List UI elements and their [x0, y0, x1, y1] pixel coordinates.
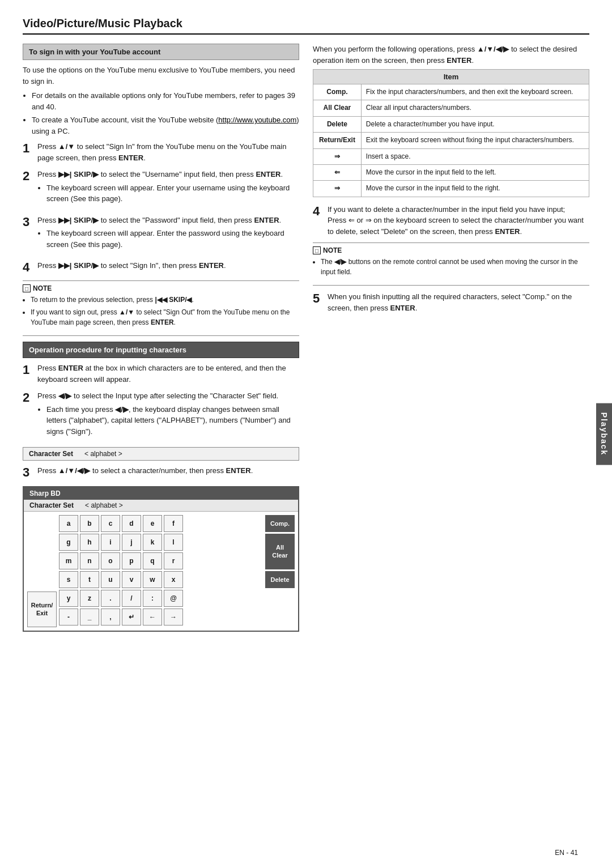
page-title: Video/Picture/Music Playback	[23, 17, 589, 35]
list-item: To return to the previous selection, pre…	[31, 295, 299, 305]
kb-left-col: Return/Exit	[27, 515, 57, 627]
key-b[interactable]: b	[80, 515, 99, 532]
key-q[interactable]: q	[143, 552, 162, 569]
key-t[interactable]: t	[80, 571, 99, 588]
table-row: Comp. Fix the input characters/numbers, …	[313, 84, 589, 100]
key-o[interactable]: o	[101, 552, 120, 569]
key-h[interactable]: h	[80, 534, 99, 551]
kb-keys-area: a b c d e f g h i j k	[59, 515, 263, 627]
key-n[interactable]: n	[80, 552, 99, 569]
key-u[interactable]: u	[101, 571, 120, 588]
op-step-1: 1 Press ENTER at the box in which charac…	[23, 363, 299, 385]
table-cell-item: ⇒	[313, 148, 362, 164]
key-return[interactable]: ↵	[122, 609, 141, 626]
table-row: All Clear Clear all input characters/num…	[313, 100, 589, 116]
return-exit-button[interactable]: Return/Exit	[27, 592, 57, 627]
section2-header: Operation procedure for inputting charac…	[23, 342, 299, 358]
key-x[interactable]: x	[164, 571, 183, 588]
note-box-2: □ NOTE The ◀/▶ buttons on the remote con…	[313, 242, 589, 286]
comp-button[interactable]: Comp.	[265, 515, 295, 532]
list-item: The ◀/▶ buttons on the remote control ca…	[321, 257, 589, 277]
section1-header: To sign in with your YouTube account	[23, 44, 299, 60]
operations-table: Item Comp. Fix the input characters/numb…	[313, 69, 589, 197]
youtube-link[interactable]: http://www.youtube.com	[218, 116, 296, 124]
key-underscore[interactable]: _	[80, 609, 99, 626]
key-comma[interactable]: ,	[101, 609, 120, 626]
list-item: Each time you press ◀/▶, the keyboard di…	[46, 404, 299, 437]
key-at[interactable]: @	[164, 590, 183, 607]
kb-charset-value: < alphabet >	[85, 501, 123, 509]
table-cell-desc: Fix the input characters/numbers, and th…	[361, 84, 589, 100]
kb-charset-label: Character Set	[29, 501, 74, 509]
list-item: The keyboard screen will appear. Enter y…	[46, 182, 299, 205]
note-box-1: □ NOTE To return to the previous selecti…	[23, 280, 299, 336]
key-g[interactable]: g	[59, 534, 78, 551]
key-z[interactable]: z	[80, 590, 99, 607]
key-f[interactable]: f	[164, 515, 183, 532]
key-s[interactable]: s	[59, 571, 78, 588]
key-w[interactable]: w	[143, 571, 162, 588]
op-step2-sub: Each time you press ◀/▶, the keyboard di…	[46, 404, 299, 437]
step-2: 2 Press ▶▶| SKIP/▶ to select the "Userna…	[23, 169, 299, 209]
key-m[interactable]: m	[59, 552, 78, 569]
step-4: 4 Press ▶▶| SKIP/▶ to select "Sign In", …	[23, 260, 299, 275]
kb-title: Sharp BD	[24, 487, 298, 500]
key-r[interactable]: r	[164, 552, 183, 569]
kb-row-3: m n o p q r	[59, 552, 263, 569]
key-i[interactable]: i	[101, 534, 120, 551]
key-a[interactable]: a	[59, 515, 78, 532]
table-cell-item: Return/Exit	[313, 133, 362, 148]
key-slash[interactable]: /	[122, 590, 141, 607]
key-j[interactable]: j	[122, 534, 141, 551]
table-row: Delete Delete a character/number you hav…	[313, 116, 589, 132]
char-set-label: Character Set	[29, 450, 73, 458]
op-step-3: 3 Press ▲/▼/◀/▶ to select a character/nu…	[23, 465, 299, 480]
table-row: Return/Exit Exit the keyboard screen wit…	[313, 133, 589, 148]
key-d[interactable]: d	[122, 515, 141, 532]
key-c[interactable]: c	[101, 515, 120, 532]
page-container: Video/Picture/Music Playback To sign in …	[0, 0, 612, 868]
kb-row-6: - _ , ↵ ← →	[59, 609, 263, 626]
key-p[interactable]: p	[122, 552, 141, 569]
step-1: 1 Press ▲/▼ to select "Sign In" from the…	[23, 141, 299, 163]
step2-sub: The keyboard screen will appear. Enter y…	[46, 182, 299, 205]
all-clear-button[interactable]: AllClear	[265, 534, 295, 569]
key-left-arrow[interactable]: ←	[143, 609, 162, 626]
two-col-layout: To sign in with your YouTube account To …	[23, 44, 589, 632]
table-row: ⇒ Insert a space.	[313, 148, 589, 164]
right-column: When you perform the following operation…	[313, 44, 589, 632]
op-step-2: 2 Press ◀/▶ to select the Input type aft…	[23, 390, 299, 441]
kb-row-4: s t u v w x	[59, 571, 263, 588]
key-hyphen[interactable]: -	[59, 609, 78, 626]
table-cell-item: Comp.	[313, 84, 362, 100]
side-tab: Playback	[596, 403, 612, 465]
key-colon[interactable]: :	[143, 590, 162, 607]
list-item: For details on the available options onl…	[32, 90, 299, 112]
table-cell-desc: Clear all input characters/numbers.	[361, 100, 589, 116]
kb-row-2: g h i j k l	[59, 534, 263, 551]
delete-button[interactable]: Delete	[265, 571, 295, 588]
table-cell-desc: Delete a character/number you have input…	[361, 116, 589, 132]
note-list: To return to the previous selection, pre…	[31, 295, 299, 327]
right-intro: When you perform the following operation…	[313, 44, 589, 66]
key-e[interactable]: e	[143, 515, 162, 532]
key-period[interactable]: .	[101, 590, 120, 607]
kb-row-1: a b c d e f	[59, 515, 263, 532]
key-right-arrow[interactable]: →	[164, 609, 183, 626]
kb-body: Return/Exit a b c d e f g	[24, 512, 298, 631]
table-header: Item	[313, 70, 589, 84]
key-y[interactable]: y	[59, 590, 78, 607]
left-column: To sign in with your YouTube account To …	[23, 44, 299, 632]
keyboard-ui: Sharp BD Character Set < alphabet > Retu…	[23, 486, 299, 632]
table-cell-item: All Clear	[313, 100, 362, 116]
list-item: If you want to sign out, press ▲/▼ to se…	[31, 307, 299, 327]
key-k[interactable]: k	[143, 534, 162, 551]
table-cell-desc: Insert a space.	[361, 148, 589, 164]
note-list-2: The ◀/▶ buttons on the remote control ca…	[321, 257, 589, 277]
table-cell-item: ⇒	[313, 181, 362, 197]
step3-sub: The keyboard screen will appear. Enter t…	[46, 228, 299, 250]
key-v[interactable]: v	[122, 571, 141, 588]
kb-charset-row: Character Set < alphabet >	[24, 500, 298, 512]
table-cell-desc: Move the cursor in the input field to th…	[361, 164, 589, 180]
key-l[interactable]: l	[164, 534, 183, 551]
